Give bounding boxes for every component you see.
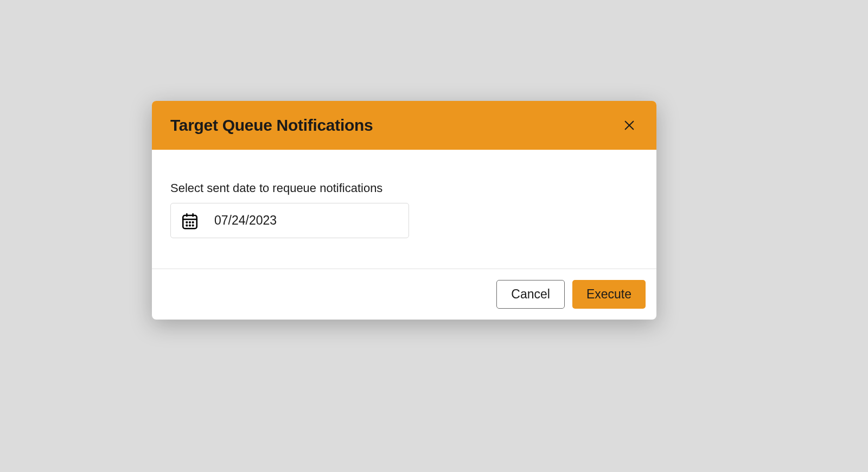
cancel-button[interactable]: Cancel — [496, 280, 565, 309]
close-icon — [623, 119, 635, 131]
modal-footer: Cancel Execute — [152, 269, 656, 320]
calendar-icon — [181, 212, 199, 230]
date-value: 07/24/2023 — [214, 213, 277, 228]
svg-point-11 — [193, 225, 194, 226]
close-button[interactable] — [621, 117, 638, 134]
modal-header: Target Queue Notifications — [152, 101, 656, 150]
modal-dialog: Target Queue Notifications Select sent d… — [152, 101, 656, 320]
svg-point-7 — [189, 221, 190, 222]
svg-point-9 — [186, 225, 187, 226]
execute-button[interactable]: Execute — [572, 280, 646, 309]
date-input[interactable]: 07/24/2023 — [170, 203, 409, 238]
modal-body: Select sent date to requeue notification… — [152, 150, 656, 269]
modal-title: Target Queue Notifications — [170, 116, 373, 135]
svg-point-6 — [186, 221, 187, 222]
svg-point-8 — [193, 221, 194, 222]
date-field-label: Select sent date to requeue notification… — [170, 181, 638, 195]
svg-point-10 — [189, 225, 190, 226]
